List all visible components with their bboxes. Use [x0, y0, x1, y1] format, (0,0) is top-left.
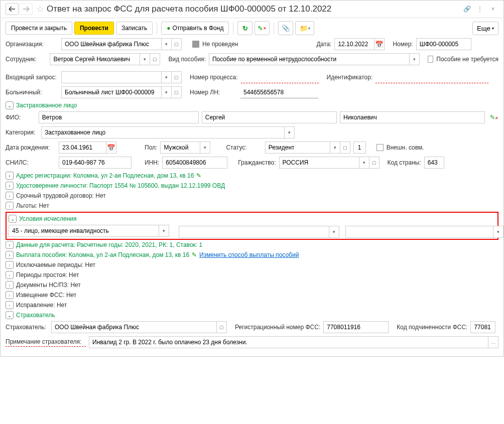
conditions-section[interactable]: ⌄ Условия исчисления: [9, 215, 495, 223]
notice-section[interactable]: › Извещение ФСС: Нет: [6, 291, 498, 299]
insurer-section[interactable]: ⌄ Страхователь: [6, 311, 498, 319]
incoming-req-input[interactable]: [61, 71, 162, 83]
citizenship-open-button[interactable]: ▢: [369, 157, 380, 169]
post-close-button[interactable]: Провести и закрыть: [6, 22, 72, 35]
incoming-req-dropdown-button[interactable]: ▾: [162, 71, 172, 83]
edit-payment-icon[interactable]: ✎: [192, 251, 197, 258]
edit-fio-icon[interactable]: ✎✕: [490, 114, 498, 121]
citizenship-label: Гражданство:: [238, 159, 276, 166]
country-code-input[interactable]: [424, 157, 444, 169]
surname-input[interactable]: [39, 111, 199, 123]
org-open-button[interactable]: ▢: [172, 38, 182, 50]
condition-input[interactable]: [9, 225, 159, 237]
status-code-input[interactable]: [353, 142, 366, 154]
number-input[interactable]: [416, 38, 471, 50]
condition3-dropdown-button[interactable]: ▾: [493, 226, 503, 238]
gender-dropdown-button[interactable]: ▾: [200, 142, 210, 154]
sickleave-input[interactable]: [61, 86, 162, 98]
excluded-section[interactable]: › Исключаемые периоды: Нет: [6, 261, 498, 269]
status-open-button[interactable]: ▢: [340, 142, 350, 154]
category-input[interactable]: [41, 126, 285, 138]
sub-input[interactable]: [470, 321, 495, 333]
date-picker-button[interactable]: 📅: [374, 38, 385, 50]
chevron-right-icon: ›: [6, 281, 14, 289]
external-checkbox[interactable]: [376, 144, 384, 151]
downtime-section[interactable]: › Периоды простоя: Нет: [6, 271, 498, 279]
clear-button[interactable]: ✎✕: [255, 21, 270, 35]
forward-button[interactable]: [20, 3, 33, 15]
benefit-type-input[interactable]: [209, 53, 410, 65]
menu-icon[interactable]: ⋮: [474, 4, 485, 15]
calc-data-section[interactable]: › Данные для расчета: Расчетные годы: 20…: [6, 241, 498, 249]
page-title: Ответ на запрос ФСС для расчета пособия …: [47, 4, 459, 14]
category-dropdown-button[interactable]: ▾: [285, 126, 295, 138]
name-input[interactable]: [202, 111, 337, 123]
org-label: Организация:: [6, 41, 58, 48]
patronymic-input[interactable]: [340, 111, 485, 123]
post-button[interactable]: Провести: [74, 22, 114, 35]
date-label: Дата:: [316, 41, 331, 48]
employee-dropdown-button[interactable]: ▾: [140, 53, 150, 65]
refresh-button[interactable]: ↻: [237, 21, 253, 35]
benefit-type-dropdown-button[interactable]: ▾: [410, 53, 420, 65]
address-section[interactable]: › Адрес регистрации: Коломна, ул 2-ая По…: [6, 172, 498, 180]
citizenship-dropdown-button[interactable]: ▾: [359, 157, 369, 169]
incoming-req-open-button[interactable]: ▢: [172, 71, 182, 83]
docs-section[interactable]: › Документы НС/ПЗ: Нет: [6, 281, 498, 289]
insurer-input[interactable]: [51, 321, 217, 333]
birthdate-input[interactable]: [59, 142, 106, 154]
gender-input[interactable]: [160, 142, 200, 154]
snils-input[interactable]: [59, 157, 132, 169]
link-icon[interactable]: 🔗: [461, 4, 472, 15]
date-input[interactable]: [334, 38, 374, 50]
close-icon[interactable]: ×: [487, 4, 498, 15]
sickleave-open-button[interactable]: ▢: [172, 86, 182, 98]
employee-label: Сотрудник:: [6, 56, 47, 63]
note-input[interactable]: [89, 336, 488, 348]
folder-button[interactable]: 📁▾: [295, 21, 314, 35]
org-dropdown-button[interactable]: ▾: [162, 38, 172, 50]
no-benefit-label: Пособие не требуется: [436, 56, 498, 63]
no-benefit-checkbox[interactable]: [428, 56, 433, 63]
note-expand-button[interactable]: …: [488, 336, 498, 348]
category-label: Категория:: [6, 129, 38, 136]
chevron-right-icon: ›: [6, 261, 14, 269]
employee-input[interactable]: [50, 53, 140, 65]
process-num-input[interactable]: [241, 71, 319, 83]
back-button[interactable]: [6, 3, 19, 15]
condition2-input[interactable]: [179, 226, 329, 238]
identity-section[interactable]: › Удостоверение личности: Паспорт 1554 №…: [6, 182, 498, 190]
chevron-right-icon: ›: [6, 291, 14, 299]
favorite-icon[interactable]: ☆: [36, 4, 44, 15]
condition-dropdown-button[interactable]: ▾: [159, 225, 169, 237]
fio-label: ФИО:: [6, 114, 36, 121]
attach-button[interactable]: 📎: [278, 21, 293, 35]
status-dropdown-button[interactable]: ▾: [330, 142, 340, 154]
citizenship-input[interactable]: [279, 157, 359, 169]
status-input[interactable]: [265, 142, 330, 154]
insured-section-header[interactable]: ⌄ Застрахованное лицо: [6, 101, 498, 109]
contract-section[interactable]: › Срочный трудовой договор: Нет: [6, 192, 498, 200]
benefits-section[interactable]: › Льготы: Нет: [6, 202, 498, 210]
org-input[interactable]: [61, 38, 162, 50]
correction-section[interactable]: › Исправление: Нет: [6, 301, 498, 309]
ln-number-input[interactable]: [240, 86, 318, 98]
save-button[interactable]: Записать: [116, 22, 153, 35]
send-button[interactable]: ●Отправить в Фонд: [161, 22, 229, 35]
condition2-dropdown-button[interactable]: ▾: [329, 226, 339, 238]
status-text: Не проведен: [202, 41, 238, 48]
change-payment-link[interactable]: Изменить способ выплаты пособий: [199, 251, 299, 258]
condition3-input[interactable]: [345, 226, 493, 238]
insurer-open-button[interactable]: ▢: [217, 321, 227, 333]
inn-input[interactable]: [162, 157, 227, 169]
birthdate-picker-button[interactable]: 📅: [106, 142, 116, 154]
chevron-down-icon: ⌄: [6, 311, 14, 319]
employee-open-button[interactable]: ▢: [150, 53, 160, 65]
ln-number-label: Номер ЛН:: [190, 89, 237, 96]
identifier-input[interactable]: [375, 71, 488, 83]
edit-address-icon[interactable]: ✎: [196, 172, 201, 179]
reg-input[interactable]: [323, 321, 389, 333]
more-button[interactable]: Еще▾: [472, 22, 498, 35]
payment-section[interactable]: › Выплата пособия: Коломна, ул 2-ая Подл…: [6, 251, 498, 259]
sickleave-dropdown-button[interactable]: ▾: [162, 86, 172, 98]
